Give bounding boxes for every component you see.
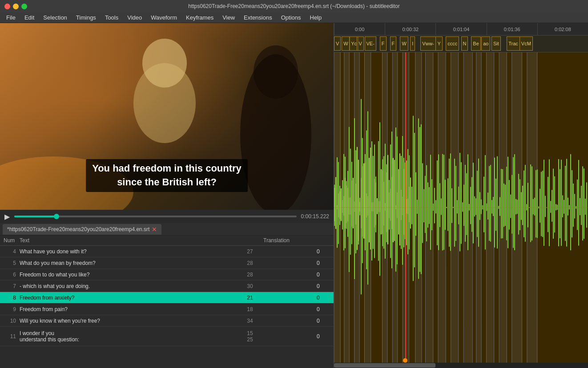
- timeline-tick: 0:01:04: [435, 23, 486, 35]
- subtitle-waveform-label: VE-: [365, 36, 376, 51]
- table-row[interactable]: 4 What have you done with it? 27 0: [0, 246, 334, 257]
- subtitle-waveform-label: Be: [471, 36, 480, 51]
- row-chars: 30: [237, 283, 263, 289]
- window-title: https0620Trade-Free20means20you20are20fr…: [188, 3, 400, 9]
- row-chars: 21: [237, 295, 263, 301]
- row-extra: 0: [317, 295, 330, 301]
- timeline-tick: 0:00: [334, 23, 385, 35]
- subtitle-waveform-label: VcM: [520, 36, 533, 51]
- waveform-scrollbar[interactable]: [334, 363, 588, 368]
- row-extra: 0: [317, 260, 330, 266]
- menu-waveform[interactable]: Waveform: [147, 13, 181, 22]
- timeline-tick: 0:02:08: [537, 23, 588, 35]
- row-num: 4: [4, 248, 20, 255]
- subtitle-table[interactable]: Num Text Translation 4 What have you don…: [0, 236, 334, 368]
- progress-track[interactable]: [14, 216, 297, 217]
- progress-thumb: [54, 214, 59, 219]
- table-row[interactable]: 11 I wonder if youunderstand this questi…: [0, 327, 334, 346]
- row-chars: 28: [237, 260, 263, 266]
- row-extra: 0: [317, 248, 330, 255]
- row-text: Freedom from anxiety?: [20, 295, 237, 301]
- row-num: 10: [4, 318, 20, 324]
- waveform-scroll-thumb[interactable]: [334, 363, 435, 368]
- menu-selection[interactable]: Selection: [40, 13, 70, 22]
- menu-help[interactable]: Help: [306, 13, 326, 22]
- row-extra: 0: [317, 333, 330, 340]
- menu-extensions[interactable]: Extensions: [240, 13, 276, 22]
- table-row[interactable]: 8 Freedom from anxiety? 21 0: [0, 292, 334, 304]
- table-row[interactable]: 6 Freedom to do what you like? 28 0: [0, 269, 334, 280]
- progress-bar-area: ▶ 0:00:15.222: [0, 210, 334, 223]
- title-bar: https0620Trade-Free20means20you20are20fr…: [0, 0, 588, 12]
- col-text: Text: [20, 237, 237, 244]
- table-row[interactable]: 5 What do you mean by freedom? 28 0: [0, 257, 334, 269]
- subtitle-waveform-label: Y: [435, 36, 442, 51]
- play-button[interactable]: ▶: [4, 212, 10, 221]
- menu-video[interactable]: Video: [124, 13, 145, 22]
- row-num: 7: [4, 283, 20, 289]
- menu-edit[interactable]: Edit: [21, 13, 38, 22]
- time-display: 0:00:15.222: [301, 213, 329, 220]
- row-num: 11: [4, 333, 20, 340]
- row-chars: 28: [237, 272, 263, 278]
- row-chars: 18: [237, 306, 263, 312]
- subtitle-text: You had freedom in this country since th…: [92, 163, 242, 188]
- subtitle-waveform-label: Trac: [507, 36, 520, 51]
- menu-file[interactable]: File: [3, 13, 19, 22]
- row-num: 9: [4, 306, 20, 312]
- menu-options[interactable]: Options: [278, 13, 305, 22]
- row-text: What do you mean by freedom?: [20, 260, 237, 266]
- subtitle-waveform-label: ao: [481, 36, 490, 51]
- row-chars: 34: [237, 318, 263, 324]
- subtitle-waveform-label: Vww-: [420, 36, 436, 51]
- subtitle-waveform-label: I: [410, 36, 415, 51]
- row-extra: 0: [317, 272, 330, 278]
- row-extra: 0: [317, 318, 330, 324]
- tab-label: *https0620Trade-Free20means20you20are20f…: [7, 226, 149, 232]
- minimize-button[interactable]: [13, 4, 19, 9]
- col-num: Num: [4, 237, 20, 244]
- subtitle-waveform-label: V: [334, 36, 341, 51]
- subtitle-waveform-label: F: [380, 36, 387, 51]
- subtitle-waveform-label: W: [400, 36, 408, 51]
- table-header: Num Text Translation: [0, 236, 334, 246]
- row-chars: 1525: [237, 330, 263, 343]
- left-panel: You had freedom in this country since th…: [0, 23, 334, 368]
- subtitle-waveform-label: cccc: [446, 36, 459, 51]
- subtitle-waveform-label: F: [390, 36, 397, 51]
- close-button[interactable]: [4, 4, 10, 9]
- row-num: 8: [4, 295, 20, 301]
- col-extra: [317, 237, 330, 244]
- table-row[interactable]: 9 Freedom from pain? 18 0: [0, 304, 334, 315]
- subtitle-tab[interactable]: *https0620Trade-Free20means20you20are20f…: [3, 224, 161, 235]
- row-chars: 27: [237, 248, 263, 255]
- row-text: Will you know it when you're free?: [20, 318, 237, 324]
- menu-keyframes[interactable]: Keyframes: [182, 13, 217, 22]
- row-text: Freedom from pain?: [20, 306, 237, 312]
- menu-tools[interactable]: Tools: [101, 13, 122, 22]
- subtitle-line1: You had freedom in this country: [92, 163, 242, 174]
- subtitle-waveform-label: V: [357, 36, 363, 51]
- waveform-panel: 0:000:00:320:01:040:01:360:02:08 VWYcVVE…: [334, 23, 588, 368]
- row-text: - which is what you are doing.: [20, 283, 237, 289]
- progress-fill: [14, 216, 56, 217]
- row-num: 6: [4, 272, 20, 278]
- row-extra: 0: [317, 306, 330, 312]
- menu-view[interactable]: View: [219, 13, 238, 22]
- subtitle-waveform-label: Sit: [491, 36, 501, 51]
- menu-timings[interactable]: Timings: [72, 13, 100, 22]
- waveform-canvas: [334, 52, 588, 363]
- row-text: What have you done with it?: [20, 248, 237, 255]
- waveform-area[interactable]: [334, 52, 588, 363]
- timeline-tick: 0:00:32: [385, 23, 435, 35]
- table-row[interactable]: 10 Will you know it when you're free? 34…: [0, 315, 334, 327]
- playhead-dot: [403, 358, 407, 363]
- maximize-button[interactable]: [21, 4, 27, 9]
- main-area: You had freedom in this country since th…: [0, 23, 588, 368]
- waveform-timeline: 0:000:00:320:01:040:01:360:02:08: [334, 23, 588, 36]
- row-extra: 0: [317, 283, 330, 289]
- table-row[interactable]: 7 - which is what you are doing. 30 0: [0, 280, 334, 292]
- tab-close-icon[interactable]: ✕: [152, 226, 157, 233]
- window-controls: [4, 4, 27, 9]
- row-text: Freedom to do what you like?: [20, 272, 237, 278]
